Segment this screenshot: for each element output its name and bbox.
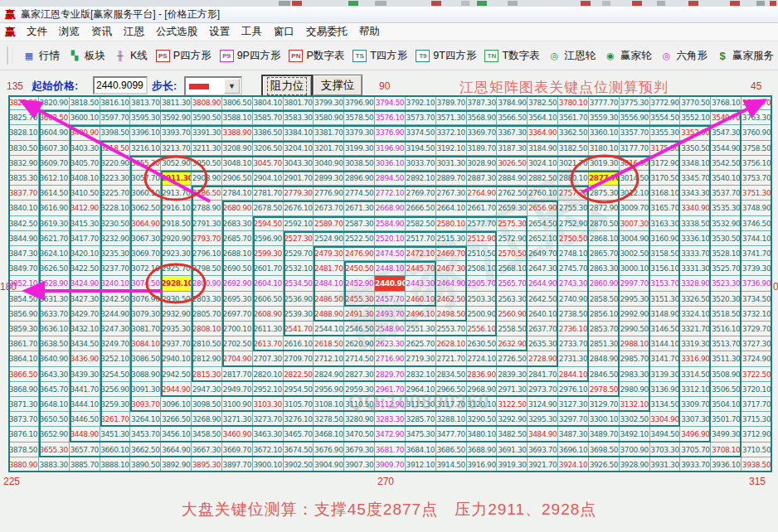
toolbar-button-江恩轮[interactable]: ◎江恩轮 [548,49,596,63]
toolbar-button-六角形[interactable]: ◎六角形 [660,49,707,63]
grid-cell: 3040.90 [314,156,344,171]
grid-cell: 2577.70 [467,216,498,231]
grid-cell: 3727.30 [742,336,772,351]
menu-item-设置[interactable]: 设置 [209,25,230,39]
toolbar-button-9P四方形[interactable]: P99P四方形 [220,49,281,63]
menu-item-江恩[interactable]: 江恩 [124,25,144,39]
grid-cell: 2524.90 [314,231,344,246]
toolbar-button-label: 9P四方形 [237,49,281,63]
grid-cell: 3592.90 [161,110,192,125]
menu-item-工具[interactable]: 工具 [241,25,262,39]
grid-cell: 3420.10 [70,246,100,261]
grid-cell: 3446.50 [70,412,100,427]
resistance-button[interactable]: 阻力位 [261,75,313,98]
grid-cell: 3633.70 [39,307,70,322]
desktop-fragment [770,1,776,6]
menu-item-公式选股[interactable]: 公式选股 [156,25,197,39]
grid-cell: 2680.90 [222,201,253,215]
grid-cell: 3842.50 [8,216,39,231]
grid-cell: 2620.90 [344,336,375,351]
menu-item-文件[interactable]: 文件 [27,25,47,39]
toolbar-button-K线[interactable]: ╫K线 [114,49,148,63]
grid-cell: 3055.30 [130,156,161,171]
grid-cell: 2546.50 [344,322,375,336]
grid-cell: 3873.70 [8,412,39,427]
grid-cell: 2899.30 [314,171,344,186]
grid-cell: 3151.30 [650,292,681,307]
grid-cell: 3129.70 [589,397,620,412]
grid-cell: 2623.30 [375,336,406,351]
desktop-fragment [756,1,765,6]
menu-item-交易委托[interactable]: 交易委托 [306,25,348,39]
support-button[interactable]: 支撑位 [313,75,362,96]
toolbar-button-行情[interactable]: ▦行情 [22,49,60,63]
grid-cell: 2844.10 [558,367,589,382]
grid-cell: 3165.70 [650,201,681,215]
grid-cell: 3264.10 [130,412,161,427]
grid-cell: 2544.10 [314,322,344,336]
grid-cell: 3669.70 [222,443,253,457]
grid-cell: 2748.10 [558,246,589,261]
grid-cell: 3141.70 [650,351,681,366]
grid-cell: 2589.70 [314,216,344,231]
grid-cell: 3379.30 [344,125,375,140]
grid-cell: 3645.70 [39,382,70,397]
toolbar-button-T数字表[interactable]: TNT数字表 [484,49,539,63]
grid-cell: 3489.70 [589,427,620,442]
chevron-down-icon[interactable]: ▼ [224,79,240,94]
grid-cell: 3691.30 [497,443,528,457]
grid-cell: 3564.10 [528,110,558,125]
menu-item-帮助[interactable]: 帮助 [359,25,380,39]
grid-cell: 2637.70 [528,322,558,336]
grid-cell: 2445.70 [406,261,436,276]
grid-cell: 3708.10 [711,443,742,457]
grid-cell: 2976.10 [558,382,589,397]
grid-cell: 3050.50 [192,156,222,171]
toolbar-grip[interactable] [7,46,13,65]
grid-cell: 3355.30 [650,125,681,140]
toolbar-button-label: P数字表 [306,49,344,63]
grid-cell: 2491.30 [344,307,375,322]
grid-cell: 3571.30 [436,110,467,125]
grid-cell: 3583.30 [284,110,314,125]
toolbar-button-赢家轮[interactable]: ◉赢家轮 [604,49,651,63]
grid-cell: 3648.10 [39,397,70,412]
grid-cell: 3936.10 [711,457,742,472]
step-dropdown[interactable]: ▼ [184,76,242,96]
grid-cell: 3312.10 [680,382,711,397]
grid-cell: 2803.30 [192,292,222,307]
grid-cell: 2452.90 [344,276,375,291]
menu-item-窗口[interactable]: 窗口 [274,25,294,39]
grid-cell: 2560.90 [497,307,528,322]
grid-cell: 2721.70 [436,351,467,366]
grid-cell-center: 2440.90 [375,276,406,291]
menu-item-资讯[interactable]: 资讯 [91,25,112,39]
toolbar-button-赢家服务[interactable]: $赢家服务 [716,49,774,63]
grid-cell: 2570.50 [497,246,528,261]
toolbar-button-P数字表[interactable]: PNP数字表 [289,49,344,63]
start-price-input[interactable] [93,76,148,94]
grid-cell: 2817.70 [222,367,253,382]
toolbar-button-P四方形[interactable]: PSP四方形 [156,49,212,63]
toolbar-button-T四方形[interactable]: TST四方形 [353,49,407,63]
toolbar-button-板块[interactable]: ▚板块 [68,49,105,63]
grid-cell: 3290.50 [467,412,498,427]
badge-icon: TN [484,50,498,62]
grid-cell: 2829.70 [375,367,406,382]
grid-cell: 2858.50 [589,292,620,307]
grid-cell: 2575.30 [497,216,528,231]
grid-cell: 2632.90 [497,336,528,351]
grid-cell: 3595.30 [130,110,161,125]
grid-cell: 2848.90 [589,351,620,366]
grid-cell: 2704.90 [222,351,253,366]
menu-item-浏览[interactable]: 浏览 [59,25,80,39]
toolbar-button-9T四方形[interactable]: T99T四方形 [416,49,476,63]
grid-cell: 2556.10 [467,322,498,336]
desktop-fragment [477,1,487,6]
grid-cell: 3506.50 [711,382,742,397]
grid-cell: 2788.90 [192,201,222,215]
grid-cell: 3441.70 [70,382,100,397]
grid-cell: 3770.50 [680,95,711,110]
grid-cell: 3494.50 [650,427,681,442]
grid-cell: 3235.30 [100,246,131,261]
